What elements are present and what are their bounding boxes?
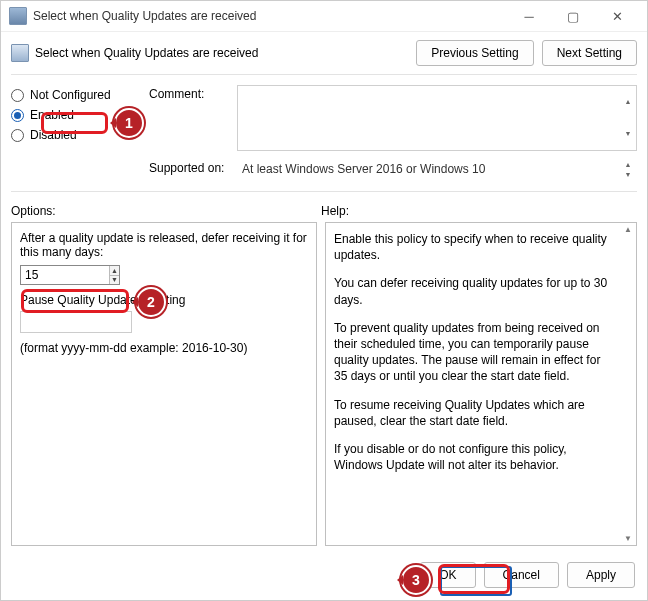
format-note: (format yyyy-mm-dd example: 2016-10-30) <box>20 341 308 355</box>
comment-textarea[interactable]: ▲ ▼ <box>237 85 637 151</box>
annotation-badge-3: 3 <box>401 565 431 595</box>
help-pane: Enable this policy to specify when to re… <box>325 222 637 546</box>
supported-scroll[interactable]: ▲ ▼ <box>621 160 635 178</box>
pause-date-input[interactable] <box>20 311 132 333</box>
right-fields: Comment: ▲ ▼ Supported on: At least Wind… <box>149 85 637 187</box>
minimize-button[interactable]: ─ <box>507 1 551 31</box>
close-button[interactable]: ✕ <box>595 1 639 31</box>
supported-label: Supported on: <box>149 159 237 179</box>
radio-not-configured[interactable]: Not Configured <box>11 85 149 105</box>
divider <box>11 191 637 192</box>
apply-button[interactable]: Apply <box>567 562 635 588</box>
titlebar: Select when Quality Updates are received… <box>1 1 647 32</box>
policy-heading: Select when Quality Updates are received <box>35 46 258 60</box>
maximize-button[interactable]: ▢ <box>551 1 595 31</box>
heading-row: Select when Quality Updates are received… <box>1 32 647 70</box>
panes-labels: Options: Help: <box>1 196 647 222</box>
chevron-down-icon[interactable]: ▼ <box>621 118 635 150</box>
chevron-down-icon[interactable]: ▼ <box>624 534 632 543</box>
defer-days-input[interactable] <box>21 268 109 282</box>
chevron-up-icon[interactable]: ▲ <box>621 160 635 170</box>
radio-disabled-input[interactable] <box>11 129 24 142</box>
options-pane: After a quality update is released, defe… <box>11 222 317 546</box>
chevron-down-icon[interactable]: ▼ <box>621 170 635 180</box>
annotation-badge-1: 1 <box>114 108 144 138</box>
supported-row: Supported on: At least Windows Server 20… <box>149 159 637 179</box>
previous-setting-button[interactable]: Previous Setting <box>416 40 533 66</box>
help-heading: Help: <box>321 204 349 218</box>
help-scrollbar[interactable]: ▲ ▼ <box>620 223 636 545</box>
divider <box>11 74 637 75</box>
policy-icon <box>11 44 29 62</box>
spinner-down-button[interactable]: ▼ <box>110 275 119 285</box>
window-title: Select when Quality Updates are received <box>33 9 256 23</box>
comment-row: Comment: ▲ ▼ <box>149 85 637 151</box>
chevron-up-icon[interactable]: ▲ <box>621 86 635 118</box>
radio-not-configured-label: Not Configured <box>30 88 111 102</box>
panes: After a quality update is released, defe… <box>1 222 647 554</box>
options-heading: Options: <box>11 204 321 218</box>
footer-buttons: OK Cancel Apply <box>1 554 647 600</box>
chevron-up-icon[interactable]: ▲ <box>624 225 632 234</box>
policy-dialog: Select when Quality Updates are received… <box>0 0 648 601</box>
app-icon <box>9 7 27 25</box>
defer-label: After a quality update is released, defe… <box>20 231 308 259</box>
comment-label: Comment: <box>149 85 237 151</box>
annotation-highlight-2 <box>21 289 129 313</box>
defer-days-spinner[interactable]: ▲ ▼ <box>20 265 120 285</box>
spinner-up-button[interactable]: ▲ <box>110 266 119 275</box>
comment-scroll[interactable]: ▲ ▼ <box>621 86 635 150</box>
next-setting-button[interactable]: Next Setting <box>542 40 637 66</box>
annotation-highlight-1 <box>41 112 108 134</box>
annotation-highlight-3 <box>438 564 510 594</box>
annotation-badge-2: 2 <box>136 287 166 317</box>
help-text: Enable this policy to specify when to re… <box>334 231 628 473</box>
supported-text: At least Windows Server 2016 or Windows … <box>237 159 637 179</box>
radio-enabled-input[interactable] <box>11 109 24 122</box>
radio-not-configured-input[interactable] <box>11 89 24 102</box>
